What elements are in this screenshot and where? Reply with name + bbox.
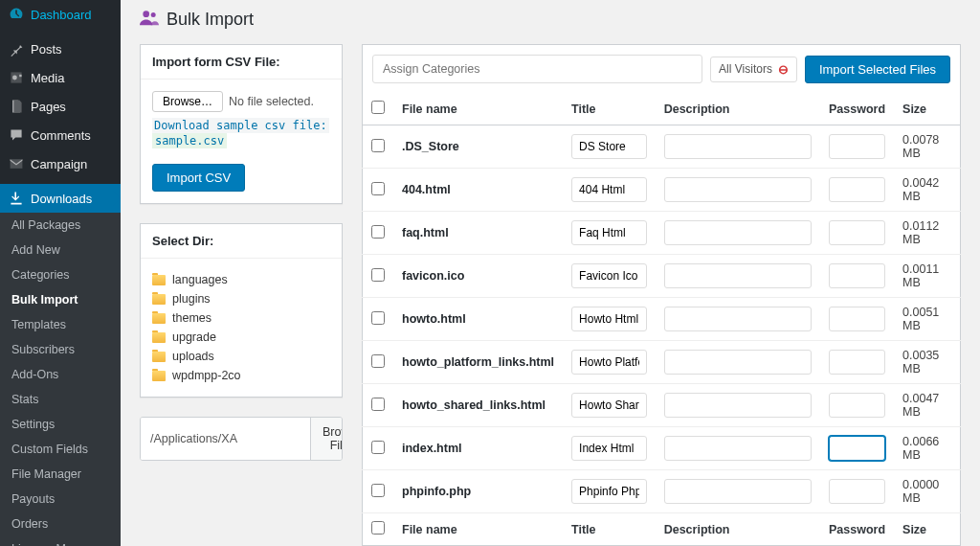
assign-categories-input[interactable] [372, 55, 702, 83]
description-input[interactable] [664, 436, 812, 461]
description-input[interactable] [664, 307, 812, 331]
title-input[interactable] [571, 177, 647, 202]
dir-item-uploads[interactable]: uploads [152, 347, 330, 366]
sidebar-item-label: Comments [31, 128, 91, 143]
import-selected-top-button[interactable]: Import Selected Files [805, 56, 950, 83]
cell-filename: 404.html [393, 169, 563, 212]
pin-icon [8, 41, 25, 57]
submenu-item-file-manager[interactable]: File Manager [0, 462, 121, 487]
title-input[interactable] [571, 307, 647, 331]
table-row: 404.html0.0042 MB [363, 169, 961, 212]
import-csv-button[interactable]: Import CSV [152, 164, 245, 192]
submenu-item-stats[interactable]: Stats [0, 387, 121, 412]
table-row: favicon.ico0.0011 MB [363, 255, 961, 298]
row-checkbox[interactable] [371, 354, 385, 368]
cell-filename: phpinfo.php [393, 470, 563, 513]
password-input[interactable] [829, 263, 885, 288]
title-input[interactable] [571, 263, 647, 288]
submenu-item-add-ons[interactable]: Add-Ons [0, 362, 121, 387]
submenu-item-settings[interactable]: Settings [0, 412, 121, 437]
sidebar-item-media[interactable]: Media [0, 63, 121, 92]
password-input[interactable] [829, 393, 885, 418]
description-input[interactable] [664, 479, 812, 504]
select-all-checkbox[interactable] [371, 101, 385, 114]
cell-filename: faq.html [393, 212, 563, 255]
cell-size: 0.0051 MB [894, 298, 960, 341]
dir-item-themes[interactable]: themes [152, 308, 330, 328]
sidebar-item-label: Posts [31, 42, 62, 57]
visitor-tag[interactable]: All Visitors ⊖ [710, 57, 797, 82]
row-checkbox[interactable] [371, 268, 385, 282]
row-checkbox[interactable] [371, 484, 385, 497]
password-input[interactable] [829, 307, 885, 331]
title-input[interactable] [571, 436, 647, 461]
title-input[interactable] [571, 350, 647, 375]
table-row: howto_shared_links.html0.0047 MB [363, 384, 961, 427]
dir-item-wpdmpp-2co[interactable]: wpdmpp-2co [152, 366, 330, 385]
description-input[interactable] [664, 393, 812, 418]
folder-icon [152, 294, 166, 305]
description-input[interactable] [664, 350, 812, 375]
submenu-item-templates[interactable]: Templates [0, 312, 121, 337]
row-checkbox[interactable] [371, 139, 385, 152]
password-input[interactable] [829, 479, 885, 504]
folder-icon [152, 275, 166, 285]
cell-size: 0.0011 MB [894, 255, 960, 298]
row-checkbox[interactable] [371, 311, 385, 325]
row-checkbox[interactable] [371, 182, 385, 195]
sidebar-item-downloads[interactable]: Downloads [0, 184, 121, 213]
password-input[interactable] [829, 177, 885, 202]
dir-label: uploads [172, 350, 214, 363]
browse-files-button[interactable]: Browse Files [310, 418, 343, 460]
file-toolbar: All Visitors ⊖ Import Selected Files [362, 44, 961, 93]
description-input[interactable] [664, 177, 812, 202]
submenu-item-orders[interactable]: Orders [0, 512, 121, 536]
row-checkbox[interactable] [371, 441, 385, 454]
password-input[interactable] [829, 350, 885, 375]
dir-item-upgrade[interactable]: upgrade [152, 328, 330, 347]
password-input[interactable] [829, 220, 885, 245]
row-checkbox[interactable] [371, 398, 385, 411]
dir-label: themes [172, 311, 212, 325]
description-input[interactable] [664, 220, 812, 245]
dir-item-languages[interactable]: languages [152, 270, 330, 289]
description-input[interactable] [664, 134, 812, 159]
title-input[interactable] [571, 220, 647, 245]
cell-size: 0.0000 MB [894, 470, 960, 513]
dir-item-plugins[interactable]: plugins [152, 289, 330, 308]
submenu-item-categories[interactable]: Categories [0, 262, 121, 287]
submenu-item-bulk-import[interactable]: Bulk Import [0, 287, 121, 312]
password-input[interactable] [829, 134, 885, 159]
sidebar-item-label: Pages [31, 100, 66, 114]
submenu-item-custom-fields[interactable]: Custom Fields [0, 437, 121, 462]
submenu-item-all-packages[interactable]: All Packages [0, 213, 121, 238]
cell-filename: index.html [393, 427, 563, 470]
sidebar-item-dashboard[interactable]: Dashboard [0, 0, 121, 29]
sample-csv-link[interactable]: sample.csv [152, 133, 227, 148]
page-title: Bulk Import [167, 10, 254, 30]
browse-csv-button[interactable]: Browse… [152, 91, 223, 112]
sidebar-item-posts[interactable]: Posts [0, 34, 121, 63]
description-input[interactable] [664, 263, 812, 288]
sidebar-item-campaign[interactable]: Campaign [0, 149, 121, 178]
submenu-item-subscribers[interactable]: Subscribers [0, 337, 121, 362]
title-input[interactable] [571, 479, 647, 504]
title-input[interactable] [571, 393, 647, 418]
dir-label: upgrade [172, 330, 216, 344]
col-size: Size [894, 93, 960, 125]
path-input[interactable] [141, 418, 310, 460]
submenu-item-payouts[interactable]: Payouts [0, 487, 121, 512]
password-input[interactable] [829, 436, 885, 461]
select-all-footer-checkbox[interactable] [371, 521, 385, 535]
submenu-item-license-manager[interactable]: License Manager [0, 536, 121, 546]
title-input[interactable] [571, 134, 647, 159]
submenu-item-add-new[interactable]: Add New [0, 238, 121, 262]
col-description: Description [656, 93, 820, 125]
row-checkbox[interactable] [371, 225, 385, 239]
select-dir-panel: Select Dir: languagespluginsthemesupgrad… [140, 223, 343, 398]
sidebar-item-comments[interactable]: Comments [0, 121, 121, 149]
remove-tag-icon[interactable]: ⊖ [778, 62, 789, 77]
cell-filename: favicon.ico [393, 255, 563, 298]
svg-point-2 [151, 12, 156, 17]
sidebar-item-pages[interactable]: Pages [0, 92, 121, 121]
